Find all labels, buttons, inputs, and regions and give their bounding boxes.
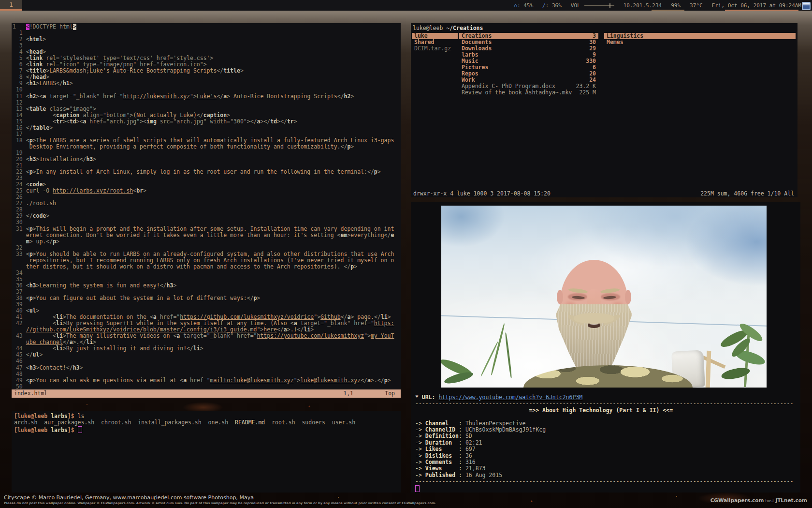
code-line[interactable]: 50: [13, 384, 401, 390]
volume-slider-handle[interactable]: [609, 3, 610, 8]
code-line[interactable]: 22 <p>In any install of Arch Linux, simp…: [13, 169, 401, 175]
directory-row[interactable]: Downloads29: [459, 45, 598, 52]
code-line[interactable]: 11 <h2><a target="_blank" href="http://l…: [13, 93, 401, 100]
terminal-line: [415, 414, 798, 420]
code-line[interactable]: 18 <p>The LARBS are a series of shell sc…: [13, 137, 401, 144]
code-line[interactable]: 43 <li>The many illustrative videos on <…: [13, 333, 401, 339]
vim-buffer[interactable]: 1 <!DOCTYPE html> 1 2 <html> 3 4 <head> …: [13, 24, 401, 390]
code-line[interactable]: 38 <p>You can figure out about the syste…: [13, 295, 401, 301]
code-line[interactable]: 17: [13, 131, 401, 137]
vim-editor-window[interactable]: 1 <!DOCTYPE html> 1 2 <html> 3 4 <head> …: [12, 23, 401, 398]
directory-row[interactable]: Documents30: [459, 39, 598, 45]
terminal-window[interactable]: [luke@leeb larbs]$ lsarch.sh aur_package…: [12, 411, 401, 493]
directory-row[interactable]: Creations3: [459, 33, 598, 39]
ranger-titlebar: luke@leeb ~/Creations: [413, 25, 483, 31]
terminal-line: -> Likes : 697: [415, 446, 798, 452]
battery-level: 99%: [671, 2, 681, 9]
code-line[interactable]: 14 <caption align="bottom">(Not actually…: [13, 112, 401, 119]
code-line[interactable]: 41 <li>The documentation on the <a href=…: [13, 314, 401, 320]
code-line[interactable]: 4 <head>: [13, 49, 401, 55]
statusbar-underline: [652, 10, 684, 11]
code-line[interactable]: 47 <h3>Contact!</h3>: [13, 365, 401, 371]
directory-row[interactable]: Linguistics: [604, 33, 796, 39]
code-line[interactable]: 31 <p>This will begin a prompt and the i…: [13, 226, 401, 232]
code-line[interactable]: 35: [13, 276, 401, 283]
directory-row[interactable]: luke: [412, 33, 458, 39]
code-line[interactable]: repositories, but I recommend running LA…: [13, 257, 401, 264]
code-line[interactable]: 26: [13, 194, 401, 200]
code-line[interactable]: 25 curl -O http://larbs.xyz/root.sh<br>: [13, 188, 401, 194]
code-line[interactable]: ernet connection. Don't be worried if it…: [13, 232, 401, 239]
code-line[interactable]: 9 <h1>LARBS</h1>: [13, 80, 401, 87]
code-line[interactable]: 34: [13, 270, 401, 276]
directory-row[interactable]: Pictures6: [459, 64, 598, 71]
code-line[interactable]: 2 <html>: [13, 36, 401, 43]
code-line[interactable]: 3: [13, 43, 401, 49]
code-line[interactable]: 49 <p>You can also ask me questions via …: [13, 377, 401, 384]
code-line[interactable]: 8 </head>: [13, 74, 401, 80]
code-line[interactable]: ther distros, but it should work on a di…: [13, 264, 401, 270]
ranger-file-manager[interactable]: luke@leeb ~/Creations lukeSharedDCIM.tar…: [411, 23, 798, 197]
code-line[interactable]: 36 <h3>Learning the system is fun and ea…: [13, 283, 401, 289]
root-partition-icon: /: [542, 2, 546, 9]
wallpaper-credit: Cityscape © Marco Bauriedel, Germany, ww…: [4, 494, 436, 505]
code-line[interactable]: 29 </code>: [13, 213, 401, 219]
code-line[interactable]: 48: [13, 371, 401, 377]
volume-slider[interactable]: [584, 5, 614, 6]
vim-filename: index.html: [12, 390, 47, 397]
file-row[interactable]: Review of the book Ashtadhya~.mkv225 M: [459, 90, 598, 96]
directory-row[interactable]: Memes: [604, 39, 796, 45]
code-line[interactable]: 45 </ul>: [13, 352, 401, 358]
file-row[interactable]: DCIM.tar.gz: [412, 45, 458, 52]
code-line[interactable]: //github.com/LukeSmithxyz/voidrice/blob/…: [13, 327, 401, 333]
code-line[interactable]: 39: [13, 301, 401, 308]
video-info-output: * URL: https://www.youtube.com/watch?v=6…: [415, 394, 798, 493]
code-line[interactable]: 21: [13, 163, 401, 169]
video-terminal-window[interactable]: * URL: https://www.youtube.com/watch?v=6…: [411, 202, 800, 493]
code-line[interactable]: 20 <h3>Installation</h3>: [13, 156, 401, 163]
code-line[interactable]: 6 <link rel="icon" type="image/png" href…: [13, 61, 401, 68]
directory-row[interactable]: Shared: [412, 39, 458, 45]
code-line[interactable]: 27 ./root.sh: [13, 200, 401, 207]
code-line[interactable]: 46: [13, 358, 401, 364]
terminal-line: -> Published : 16 Aug 2015: [415, 472, 798, 478]
code-line[interactable]: 40 <ul>: [13, 308, 401, 314]
code-line[interactable]: 32: [13, 245, 401, 251]
code-line[interactable]: 16 </table>: [13, 125, 401, 131]
directory-row[interactable]: Work24: [459, 77, 598, 83]
code-line[interactable]: ube channel</a>.</li>: [13, 339, 401, 345]
code-line[interactable]: m> up.</p>: [13, 239, 401, 245]
code-line[interactable]: Desktop Environment, providing a perfect…: [13, 144, 401, 150]
workspace-button[interactable]: 1: [0, 0, 22, 11]
terminal-line: -> Definition: SD: [415, 433, 798, 439]
directory-row[interactable]: Music330: [459, 58, 598, 64]
code-line[interactable]: 1 <!DOCTYPE html>: [13, 24, 401, 30]
mpv-video[interactable]: [441, 206, 767, 388]
directory-row[interactable]: Repos20: [459, 71, 598, 77]
terminal-line: ----------------------------------------…: [415, 401, 798, 407]
code-line[interactable]: 19: [13, 150, 401, 156]
code-line[interactable]: 42 <li>By pressing Super+F1 while in the…: [13, 320, 401, 327]
code-line[interactable]: 37: [13, 289, 401, 295]
file-row[interactable]: Appendix C- PhD Program.docx23.2 K: [459, 83, 598, 90]
code-line[interactable]: 28: [13, 207, 401, 213]
code-line[interactable]: 13 <table class="image">: [13, 106, 401, 112]
code-line[interactable]: 30: [13, 219, 401, 225]
code-line[interactable]: 44 <li>By just installing it and diving …: [13, 345, 401, 352]
ranger-parent-column[interactable]: lukeSharedDCIM.tar.gz: [412, 33, 458, 52]
code-line[interactable]: 33 <p>You should be able to run LARBS on…: [13, 251, 401, 257]
code-line[interactable]: 12: [13, 100, 401, 106]
ranger-main-column[interactable]: Creations3Documents30Downloads29larbs9Mu…: [459, 33, 598, 96]
code-line[interactable]: 1: [13, 30, 401, 36]
code-line[interactable]: 5 <link rel='stylesheet' type='text/css'…: [13, 55, 401, 61]
systray-monitor-icon[interactable]: [802, 2, 811, 10]
code-line[interactable]: 10: [13, 87, 401, 93]
code-line[interactable]: 15 <tr><td><a href="arch.jpg"><img src="…: [13, 119, 401, 125]
code-line[interactable]: 23: [13, 175, 401, 181]
ranger-preview-column[interactable]: LinguisticsMemes: [604, 33, 796, 45]
code-line[interactable]: 7 <title>LARBS&mdash;Luke's Auto-Rice Bo…: [13, 68, 401, 74]
volume-block: VOL: [571, 2, 614, 9]
directory-row[interactable]: larbs9: [459, 52, 598, 58]
code-line[interactable]: 24 <code>: [13, 181, 401, 188]
root-disk-block: /: 36%: [542, 2, 562, 9]
